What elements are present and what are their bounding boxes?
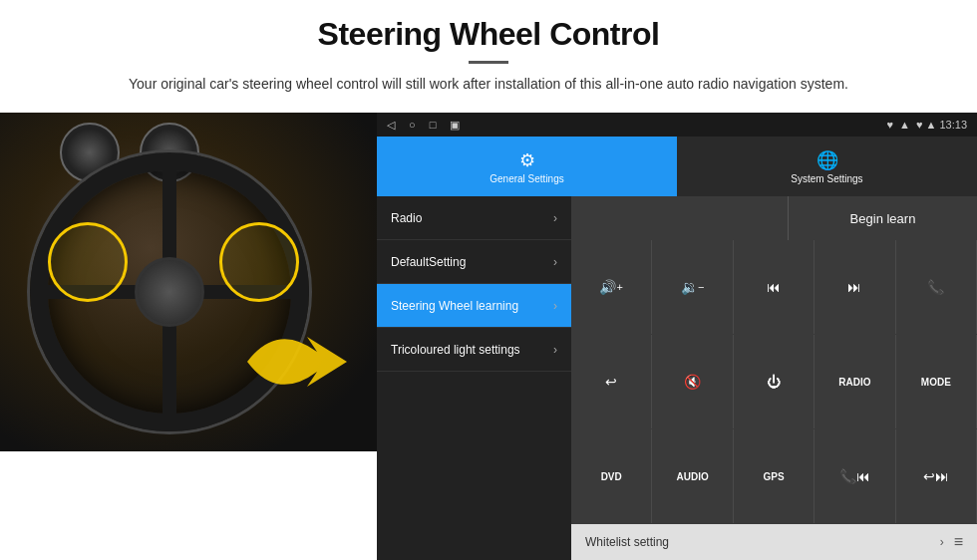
hangup-icon: ↩ <box>605 374 617 390</box>
menu-item-default[interactable]: DefaultSetting › <box>377 240 571 284</box>
whitelist-right: › ≡ <box>940 533 963 551</box>
begin-learn-spacer <box>571 196 788 239</box>
next-track-icon: ⏭ <box>847 279 861 295</box>
arrow-overlay <box>237 312 357 412</box>
content-area: ◁ ○ □ ▣ ♥ ▲ ♥ ▲ 13:13 ⚙ General Settings <box>0 113 977 560</box>
sw-background <box>0 113 377 451</box>
android-screen: ◁ ○ □ ▣ ♥ ▲ ♥ ▲ 13:13 ⚙ General Settings <box>377 113 977 560</box>
menu-nav-icon[interactable]: ▣ <box>450 119 460 132</box>
back-skip-icon: ↩⏭ <box>923 468 949 484</box>
hangup-button[interactable]: ↩ <box>571 335 652 428</box>
prev-track-button[interactable]: ⏮ <box>734 240 814 334</box>
control-row-3: DVD AUDIO GPS 📞⏮ <box>571 429 977 524</box>
power-icon: ⏻ <box>767 374 781 390</box>
prev-track-icon: ⏮ <box>767 279 781 295</box>
next-track-button[interactable]: ⏭ <box>814 240 895 334</box>
main-content: Radio › DefaultSetting › Steering Wheel … <box>377 196 977 560</box>
location-icon: ♥ <box>887 119 894 131</box>
mode-button[interactable]: MODE <box>896 335 977 428</box>
begin-learn-row: Begin learn <box>571 196 977 240</box>
control-button-grid: 🔊+ 🔉− ⏮ ⏭ 📞 <box>571 240 977 524</box>
general-settings-icon: ⚙ <box>519 149 535 171</box>
page-container: Steering Wheel Control Your original car… <box>0 0 977 560</box>
audio-button[interactable]: AUDIO <box>652 429 733 523</box>
tab-system-settings[interactable]: 🌐 System Settings <box>677 137 977 196</box>
phone-answer-button[interactable]: 📞 <box>896 240 977 334</box>
vol-down-icon: 🔉 <box>681 279 698 295</box>
begin-learn-button[interactable]: Begin learn <box>788 196 977 240</box>
audio-label: AUDIO <box>676 471 708 482</box>
menu-item-tricoloured-label: Tricoloured light settings <box>391 343 520 357</box>
whitelist-chevron-icon: › <box>940 535 944 549</box>
vol-down-button[interactable]: 🔉− <box>652 240 733 334</box>
phone-prev-button[interactable]: 📞⏮ <box>814 429 895 523</box>
mute-icon: 🔇 <box>684 374 701 390</box>
vol-up-button[interactable]: 🔊+ <box>571 240 652 334</box>
menu-item-tricoloured[interactable]: Tricoloured light settings › <box>377 328 571 372</box>
signal-icon: ▲ <box>899 119 910 131</box>
phone-answer-icon: 📞 <box>927 279 944 295</box>
highlight-right-buttons <box>219 222 299 302</box>
whitelist-menu-icon: ≡ <box>954 533 963 551</box>
mute-button[interactable]: 🔇 <box>652 335 733 428</box>
general-settings-label: General Settings <box>489 173 564 184</box>
steering-wheel-image <box>0 113 377 451</box>
page-title: Steering Wheel Control <box>40 16 937 53</box>
gps-button[interactable]: GPS <box>734 429 814 523</box>
title-divider <box>469 61 508 64</box>
control-row-1: 🔊+ 🔉− ⏮ ⏭ 📞 <box>571 240 977 335</box>
mode-label: MODE <box>921 377 951 388</box>
dvd-label: DVD <box>601 471 622 482</box>
status-bar: ◁ ○ □ ▣ ♥ ▲ ♥ ▲ 13:13 <box>377 113 977 137</box>
menu-item-radio-label: Radio <box>391 211 422 225</box>
right-panel: Begin learn 🔊+ 🔉− <box>571 196 977 560</box>
highlight-left-buttons <box>48 222 128 302</box>
menu-item-steering[interactable]: Steering Wheel learning › <box>377 284 571 328</box>
dvd-button[interactable]: DVD <box>571 429 652 523</box>
clock: ♥ ▲ 13:13 <box>916 119 967 131</box>
menu-item-default-chevron: › <box>553 255 557 269</box>
radio-button[interactable]: RADIO <box>814 335 895 428</box>
recents-nav-icon[interactable]: □ <box>430 119 437 131</box>
app-header: ⚙ General Settings 🌐 System Settings <box>377 137 977 196</box>
power-button[interactable]: ⏻ <box>734 335 814 428</box>
tab-general-settings[interactable]: ⚙ General Settings <box>377 137 677 196</box>
vol-up-icon: 🔊 <box>599 279 616 295</box>
menu-item-radio-chevron: › <box>553 211 557 225</box>
menu-item-steering-chevron: › <box>553 299 557 313</box>
status-right: ♥ ▲ ♥ ▲ 13:13 <box>887 119 967 131</box>
whitelist-label: Whitelist setting <box>585 535 669 549</box>
menu-item-steering-label: Steering Wheel learning <box>391 299 518 313</box>
menu-item-radio[interactable]: Radio › <box>377 196 571 240</box>
gps-label: GPS <box>763 471 784 482</box>
subtitle: Your original car's steering wheel contr… <box>80 74 897 95</box>
control-row-2: ↩ 🔇 ⏻ RADIO MOD <box>571 335 977 429</box>
menu-item-default-label: DefaultSetting <box>391 255 466 269</box>
system-settings-icon: 🌐 <box>816 149 838 171</box>
whitelist-row[interactable]: Whitelist setting › ≡ <box>571 524 977 560</box>
left-menu: Radio › DefaultSetting › Steering Wheel … <box>377 196 571 560</box>
radio-label: RADIO <box>838 377 870 388</box>
menu-item-tricoloured-chevron: › <box>553 343 557 357</box>
back-nav-icon[interactable]: ◁ <box>387 119 395 132</box>
system-settings-label: System Settings <box>791 173 862 184</box>
back-skip-button[interactable]: ↩⏭ <box>896 429 977 523</box>
phone-prev-icon: 📞⏮ <box>839 468 870 484</box>
sw-center <box>135 257 204 327</box>
header-section: Steering Wheel Control Your original car… <box>0 0 977 103</box>
nav-icons: ◁ ○ □ ▣ <box>387 119 460 132</box>
home-nav-icon[interactable]: ○ <box>409 119 416 131</box>
